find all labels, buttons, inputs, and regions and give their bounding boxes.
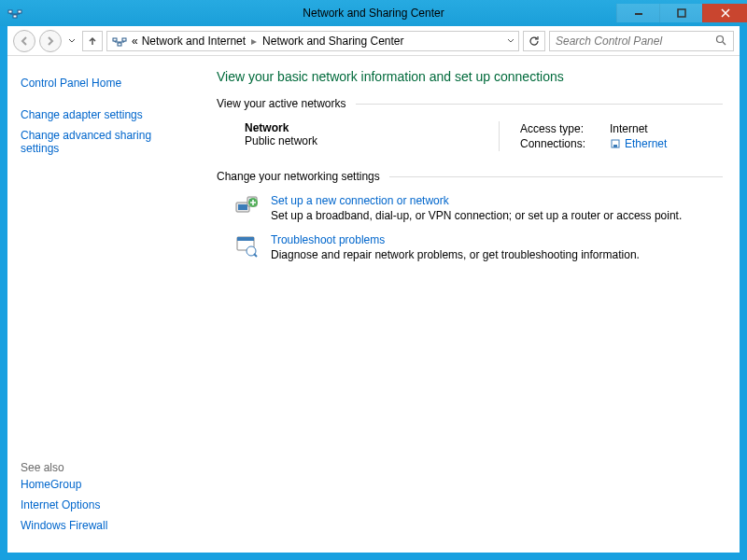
breadcrumb-prefix: «: [132, 35, 138, 48]
divider: [389, 176, 723, 177]
forward-button[interactable]: [39, 30, 62, 52]
network-name: Network: [245, 121, 499, 134]
troubleshoot-link[interactable]: Troubleshoot problems: [271, 233, 640, 246]
svg-rect-10: [613, 145, 617, 147]
svg-rect-17: [237, 237, 254, 241]
svg-rect-0: [8, 10, 12, 13]
search-box[interactable]: [549, 31, 734, 51]
recent-locations-button[interactable]: [65, 37, 78, 45]
up-button[interactable]: [82, 31, 103, 51]
svg-rect-7: [118, 43, 121, 46]
address-dropdown-button[interactable]: [507, 37, 514, 45]
refresh-icon: [528, 35, 541, 48]
section-label: Change your networking settings: [217, 170, 380, 183]
body: Control Panel Home Change adapter settin…: [7, 56, 740, 553]
refresh-button[interactable]: [523, 31, 545, 51]
setup-connection-item: Set up a new connection or network Set u…: [217, 194, 723, 222]
location-icon: [111, 33, 128, 49]
minimize-button[interactable]: [616, 4, 659, 22]
access-type-label: Access type:: [520, 122, 600, 135]
svg-rect-6: [122, 38, 126, 41]
address-bar[interactable]: « Network and Internet ▸ Network and Sha…: [106, 31, 519, 51]
network-type: Public network: [245, 134, 499, 147]
maximize-button[interactable]: [659, 4, 702, 22]
chevron-down-icon: [68, 37, 76, 45]
breadcrumb-segment[interactable]: Network and Sharing Center: [262, 35, 403, 48]
section-label: View your active networks: [217, 97, 346, 110]
title-bar[interactable]: Network and Sharing Center: [0, 0, 747, 26]
arrow-up-icon: [87, 35, 98, 47]
change-advanced-link[interactable]: Change advanced sharing settings: [21, 125, 190, 159]
ethernet-icon: [610, 137, 621, 150]
internet-options-link[interactable]: Internet Options: [21, 495, 190, 515]
window-controls: [616, 4, 747, 22]
network-identity: Network Public network: [217, 121, 499, 151]
homegroup-link[interactable]: HomeGroup: [21, 474, 190, 495]
connection-link[interactable]: Ethernet: [610, 137, 667, 150]
breadcrumb-segment[interactable]: Network and Internet: [142, 35, 246, 48]
see-also-label: See also: [21, 454, 190, 474]
breadcrumb-separator-icon[interactable]: ▸: [249, 35, 259, 48]
access-type-value: Internet: [610, 122, 648, 135]
svg-rect-5: [113, 38, 117, 41]
sidebar: Control Panel Home Change adapter settin…: [7, 56, 204, 553]
arrow-left-icon: [19, 35, 30, 47]
setup-connection-desc: Set up a broadband, dial-up, or VPN conn…: [271, 209, 682, 222]
content-area: « Network and Internet ▸ Network and Sha…: [7, 26, 740, 553]
svg-rect-4: [678, 9, 685, 17]
active-network-row: Network Public network Access type: Inte…: [217, 121, 723, 151]
svg-rect-3: [635, 13, 642, 15]
troubleshoot-icon: [233, 233, 260, 259]
svg-point-8: [717, 36, 724, 43]
control-panel-home-link[interactable]: Control Panel Home: [21, 73, 190, 93]
search-input[interactable]: [556, 35, 715, 48]
window-title: Network and Sharing Center: [303, 7, 444, 20]
close-button[interactable]: [702, 4, 747, 22]
app-icon: [6, 4, 24, 22]
divider: [356, 104, 723, 105]
svg-rect-2: [13, 15, 17, 18]
network-details: Access type: Internet Connections: Ether…: [499, 121, 723, 151]
main-panel: View your basic network information and …: [204, 56, 740, 553]
setup-connection-link[interactable]: Set up a new connection or network: [271, 194, 682, 207]
change-settings-section-title: Change your networking settings: [217, 170, 723, 183]
window-frame: Network and Sharing Center: [0, 0, 747, 560]
setup-connection-icon: [233, 194, 260, 220]
back-button[interactable]: [13, 30, 35, 52]
navigation-toolbar: « Network and Internet ▸ Network and Sha…: [7, 26, 740, 56]
troubleshoot-item: Troubleshoot problems Diagnose and repai…: [217, 233, 723, 261]
search-icon: [715, 35, 727, 47]
troubleshoot-desc: Diagnose and repair network problems, or…: [271, 248, 640, 261]
svg-rect-1: [18, 10, 21, 13]
windows-firewall-link[interactable]: Windows Firewall: [21, 515, 190, 536]
arrow-right-icon: [45, 35, 56, 47]
active-networks-section-title: View your active networks: [217, 97, 723, 110]
change-adapter-link[interactable]: Change adapter settings: [21, 105, 190, 125]
connections-label: Connections:: [520, 137, 600, 150]
chevron-down-icon: [507, 37, 514, 45]
svg-rect-12: [238, 204, 247, 210]
page-heading: View your basic network information and …: [217, 69, 723, 84]
